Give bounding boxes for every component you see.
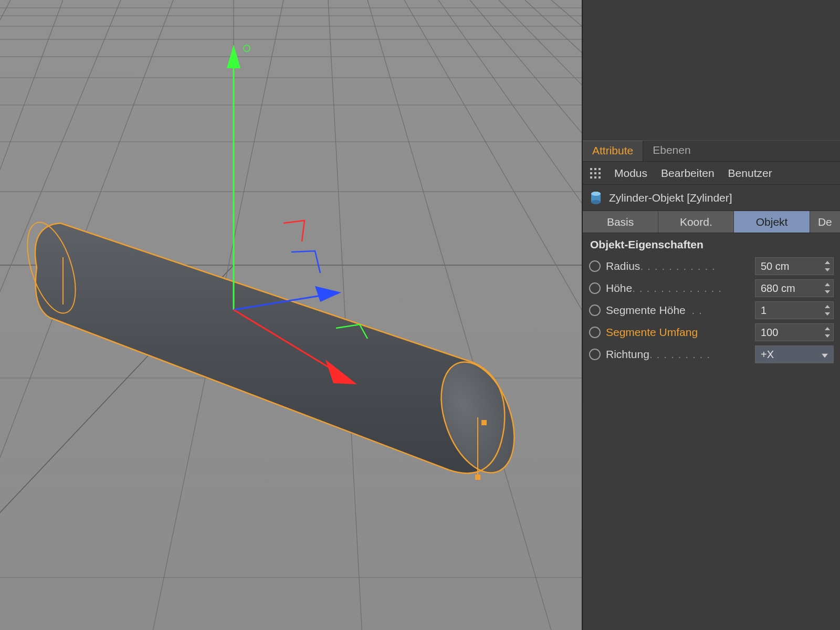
svg-marker-61 — [825, 327, 830, 330]
object-name: Zylinder-Objekt [Zylinder] — [609, 192, 732, 204]
svg-line-23 — [499, 0, 582, 242]
tab-attribute[interactable]: Attribute — [583, 141, 643, 161]
svg-line-24 — [525, 0, 582, 194]
spin-up-icon[interactable] — [823, 303, 832, 310]
panel-toolbar: Modus Bearbeiten Benutzer — [583, 162, 840, 185]
spin-down-icon[interactable] — [823, 288, 832, 296]
menu-benutzer[interactable]: Benutzer — [728, 167, 772, 180]
object-header: Zylinder-Objekt [Zylinder] — [583, 185, 840, 211]
anim-radio[interactable] — [589, 282, 601, 294]
svg-rect-49 — [594, 176, 596, 178]
prop-segmente-hoehe: Segmente Höhe . . 1 — [583, 299, 840, 321]
panel-tabs: Attribute Ebenen — [583, 141, 840, 162]
field-hoehe[interactable]: 680 cm — [755, 279, 834, 297]
svg-marker-60 — [825, 312, 830, 316]
prop-richtung: Richtung. . . . . . . . . +X — [583, 343, 840, 365]
svg-rect-45 — [590, 172, 592, 174]
svg-rect-44 — [598, 168, 601, 170]
svg-point-53 — [591, 200, 601, 204]
svg-marker-55 — [825, 261, 830, 264]
tab-ebenen[interactable]: Ebenen — [643, 141, 700, 161]
cylinder-icon — [590, 191, 602, 205]
svg-rect-43 — [594, 168, 596, 170]
subtabs: Basis Koord. Objekt De — [583, 211, 840, 233]
prop-hoehe: Höhe. . . . . . . . . . . . . 680 cm — [583, 277, 840, 299]
chevron-down-icon — [822, 349, 828, 361]
field-seg-hoehe[interactable]: 1 — [755, 301, 834, 319]
label-radius: Radius. . . . . . . . . . . — [606, 260, 755, 272]
mode-grid-icon[interactable] — [590, 168, 601, 178]
label-seg-umfang: Segmente Umfang — [606, 326, 755, 339]
prop-radius: Radius. . . . . . . . . . . 50 cm — [583, 255, 840, 277]
svg-marker-39 — [315, 286, 341, 302]
label-richtung: Richtung. . . . . . . . . — [606, 348, 755, 361]
svg-rect-42 — [590, 168, 592, 170]
spin-up-icon[interactable] — [823, 259, 832, 266]
spin-down-icon[interactable] — [823, 332, 832, 340]
svg-line-25 — [551, 0, 582, 158]
svg-rect-48 — [590, 176, 592, 178]
svg-marker-59 — [825, 305, 830, 308]
subtab-basis[interactable]: Basis — [583, 211, 658, 233]
subtab-koord[interactable]: Koord. — [658, 211, 734, 233]
field-radius[interactable]: 50 cm — [755, 257, 834, 275]
menu-modus[interactable]: Modus — [614, 167, 647, 180]
svg-point-37 — [244, 45, 250, 51]
dropdown-richtung[interactable]: +X — [755, 345, 834, 363]
field-seg-umfang[interactable]: 100 — [755, 323, 834, 341]
svg-rect-46 — [594, 172, 596, 174]
svg-rect-50 — [598, 176, 601, 178]
subtab-de[interactable]: De — [810, 211, 840, 233]
label-seg-hoehe: Segmente Höhe . . — [606, 304, 755, 317]
anim-radio[interactable] — [589, 349, 601, 360]
label-hoehe: Höhe. . . . . . . . . . . . . — [606, 282, 755, 295]
spin-down-icon[interactable] — [823, 266, 832, 274]
svg-line-26 — [0, 0, 10, 420]
svg-rect-30 — [475, 475, 480, 480]
svg-rect-47 — [598, 172, 601, 174]
preview-area — [583, 0, 840, 141]
svg-marker-63 — [822, 354, 828, 358]
svg-marker-58 — [825, 290, 830, 293]
svg-line-20 — [404, 0, 582, 578]
section-title: Objekt-Eigenschaften — [583, 233, 840, 255]
attributes-panel: Attribute Ebenen Modus Bearbeiten Benutz… — [582, 0, 840, 630]
subtab-objekt[interactable]: Objekt — [734, 211, 810, 233]
svg-point-54 — [591, 192, 601, 196]
svg-line-22 — [470, 0, 582, 315]
menu-bearbeiten[interactable]: Bearbeiten — [661, 167, 715, 180]
viewport-3d[interactable] — [0, 0, 582, 630]
svg-marker-56 — [825, 268, 830, 271]
prop-segmente-umfang: Segmente Umfang 100 — [583, 321, 840, 343]
svg-rect-32 — [481, 420, 487, 425]
spin-down-icon[interactable] — [823, 310, 832, 318]
anim-radio[interactable] — [589, 260, 601, 272]
svg-marker-62 — [825, 334, 830, 338]
anim-radio[interactable] — [589, 304, 601, 316]
spin-up-icon[interactable] — [823, 281, 832, 288]
svg-marker-57 — [825, 283, 830, 286]
anim-radio[interactable] — [589, 327, 601, 338]
spin-up-icon[interactable] — [823, 325, 832, 332]
